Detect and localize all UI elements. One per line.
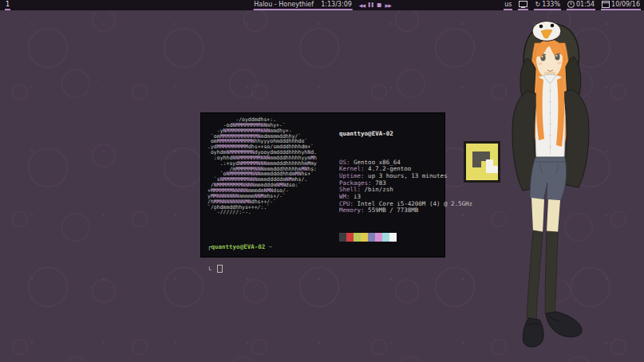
tetromino-white-piece (486, 166, 498, 173)
next-icon[interactable]: ▶▶ (385, 1, 391, 10)
color-swatch (389, 233, 397, 242)
keyboard-layout[interactable]: us (504, 0, 512, 10)
workspace-button[interactable]: 1 (5, 0, 10, 10)
color-swatch (368, 233, 375, 242)
terminal-window[interactable]: -/oyddmdhs+:. -odNMMMMMMMMNNmhy+-` -yNMM… (201, 113, 444, 257)
tetromino-gray-piece (472, 161, 481, 167)
battery-percent: 133% (542, 0, 560, 9)
fetch-title: quanttyo@EVA-02 (339, 131, 472, 138)
stop-icon[interactable] (377, 3, 381, 7)
monitor-icon (519, 1, 527, 7)
anime-girl-wallpaper (501, 19, 621, 362)
gentoo-ascii-art: -/oyddmdhs+:. -odNMMMMMMMMNNmhy+-` -yNMM… (207, 117, 317, 215)
color-swatch (346, 233, 354, 242)
media-block: Halou - Honeythief 1:13/3:09 ◀◀ ▶▶ (253, 0, 391, 10)
clock-time: 01:54 (576, 0, 595, 9)
now-playing: Halou - Honeythief 1:13/3:09 (253, 0, 353, 10)
clock-icon (567, 1, 575, 8)
date-text: 10/09/16 (611, 0, 640, 9)
prompt-user-host: quanttyo@EVA-02 (211, 243, 266, 250)
display-indicator (518, 0, 528, 10)
color-swatch (382, 233, 389, 242)
color-swatch (354, 233, 361, 242)
battery-indicator: ↻133% (534, 0, 561, 10)
track-position: 1:13/3:09 (321, 0, 352, 9)
color-swatch (339, 233, 346, 242)
prompt-corner-bottom: └ (207, 266, 215, 273)
shell-prompt[interactable]: ┌quanttyo@EVA-02 ~ └ (207, 229, 272, 288)
date-indicator: 10/09/16 (601, 0, 641, 10)
fetch-info: quanttyo@EVA-02 OS: Gentoo x86_64Kernel:… (339, 117, 472, 259)
clock-indicator: 01:54 (567, 0, 595, 10)
terminal-color-swatches (339, 233, 472, 246)
tetromino-white-piece (486, 159, 493, 166)
calendar-icon (602, 1, 610, 8)
previous-icon[interactable]: ◀◀ (359, 1, 365, 10)
refresh-icon: ↻ (535, 0, 540, 9)
fetch-row: Memory: 559MB / 7738MB (339, 207, 472, 214)
pause-icon[interactable] (369, 2, 373, 7)
yellow-tetromino-icon[interactable] (464, 141, 500, 183)
terminal-cursor (217, 265, 223, 273)
track-title: Halou - Honeythief (254, 0, 314, 9)
desktop: 1 Halou - Honeythief 1:13/3:09 ◀◀ ▶▶ us … (0, 0, 644, 362)
status-bar: 1 Halou - Honeythief 1:13/3:09 ◀◀ ▶▶ us … (0, 0, 644, 10)
prompt-path: ~ (265, 243, 272, 250)
color-swatch (361, 233, 368, 242)
color-swatch (375, 233, 382, 242)
status-block: us ↻133% 01:54 10/09/16 (504, 0, 641, 10)
ascii-art-line: `-//////:--. (207, 210, 317, 215)
